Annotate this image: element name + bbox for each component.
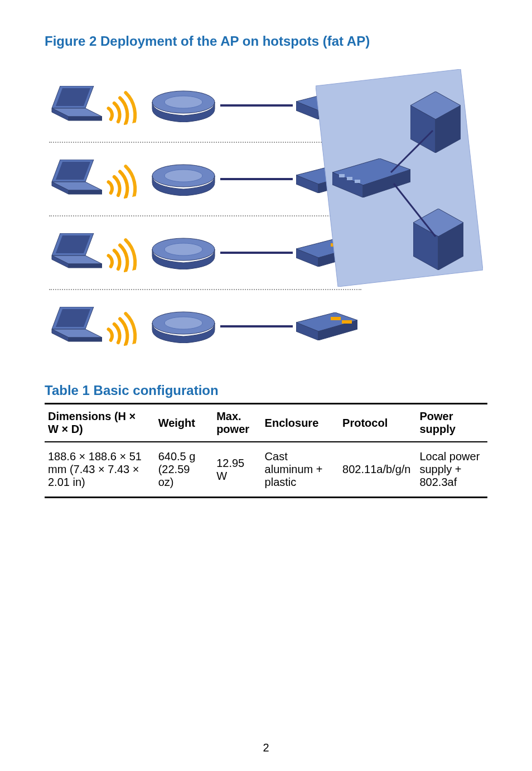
svg-marker-31 [69, 190, 102, 194]
access-point-1 [150, 89, 217, 122]
laptop-2 [49, 160, 102, 199]
table-header-row: Dimensions (H × W × D) Weight Max. power… [45, 404, 487, 442]
wifi-icon [99, 303, 145, 349]
th-weight: Weight [155, 404, 213, 442]
td-enclosure: Cast aluminum + plastic [262, 442, 340, 498]
server-icon [413, 209, 463, 270]
td-protocol: 802.11a/b/g/n [339, 442, 416, 498]
td-maxpower: 12.95 W [213, 442, 261, 498]
laptop-1 [49, 86, 102, 125]
edge-switch-4 [296, 312, 357, 340]
wifi-icon [99, 82, 145, 128]
aggregation-switch [332, 158, 410, 200]
wifi-icon [99, 229, 145, 276]
td-power: Local power supply + 802.3af [416, 442, 487, 498]
svg-rect-4 [339, 174, 345, 177]
access-point-2 [150, 162, 217, 196]
svg-rect-6 [355, 180, 360, 183]
svg-marker-55 [69, 338, 102, 341]
switch-icon [332, 158, 410, 197]
access-point-icon [150, 236, 217, 269]
wifi-signal-1 [100, 83, 144, 128]
svg-marker-19 [69, 117, 102, 121]
figure-caption: Figure 2 Deployment of the AP on hotspot… [45, 33, 487, 49]
th-maxpower: Max. power [213, 404, 261, 442]
switch-icon [296, 312, 357, 340]
th-enclosure: Enclosure [262, 404, 340, 442]
basic-config-table: Dimensions (H × W × D) Weight Max. power… [45, 403, 487, 498]
network-cloud-panel [316, 69, 483, 287]
svg-point-45 [165, 243, 202, 256]
laptop-icon [49, 233, 102, 272]
cable-2 [220, 178, 293, 180]
server-1 [410, 91, 461, 155]
access-point-3 [150, 236, 217, 269]
td-dimensions: 188.6 × 188.6 × 51 mm (7.43 × 7.43 × 2.0… [45, 442, 155, 498]
figure-diagram [49, 69, 473, 363]
laptop-icon [49, 160, 102, 199]
table-row: 188.6 × 188.6 × 51 mm (7.43 × 7.43 × 2.0… [45, 442, 487, 498]
svg-point-57 [165, 317, 202, 329]
table-caption: Table 1 Basic configuration [45, 383, 487, 398]
laptop-3 [49, 233, 102, 272]
cable-4 [220, 325, 293, 327]
wifi-signal-3 [100, 230, 144, 275]
th-dimensions: Dimensions (H × W × D) [45, 404, 155, 442]
wifi-signal-2 [100, 157, 144, 201]
document-page: Figure 2 Deployment of the AP on hotspot… [0, 0, 532, 771]
th-power: Power supply [416, 404, 487, 442]
th-protocol: Protocol [339, 404, 416, 442]
svg-point-21 [165, 96, 202, 108]
laptop-4 [49, 307, 102, 346]
laptop-icon [49, 307, 102, 346]
cable-3 [220, 252, 293, 254]
svg-rect-62 [342, 320, 352, 324]
access-point-icon [150, 310, 217, 343]
cable-1 [220, 104, 293, 107]
access-point-icon [150, 89, 217, 122]
access-point-4 [150, 310, 217, 343]
wifi-icon [99, 156, 145, 202]
wifi-signal-4 [100, 304, 144, 349]
page-number: 2 [0, 741, 532, 754]
svg-marker-43 [69, 264, 102, 268]
server-2 [413, 209, 463, 272]
server-icon [410, 91, 461, 153]
td-weight: 640.5 g (22.59 oz) [155, 442, 213, 498]
svg-point-33 [165, 170, 202, 182]
deployment-row-4 [49, 290, 473, 363]
svg-rect-61 [331, 317, 341, 320]
access-point-icon [150, 162, 217, 196]
laptop-icon [49, 86, 102, 125]
svg-rect-5 [347, 177, 352, 180]
